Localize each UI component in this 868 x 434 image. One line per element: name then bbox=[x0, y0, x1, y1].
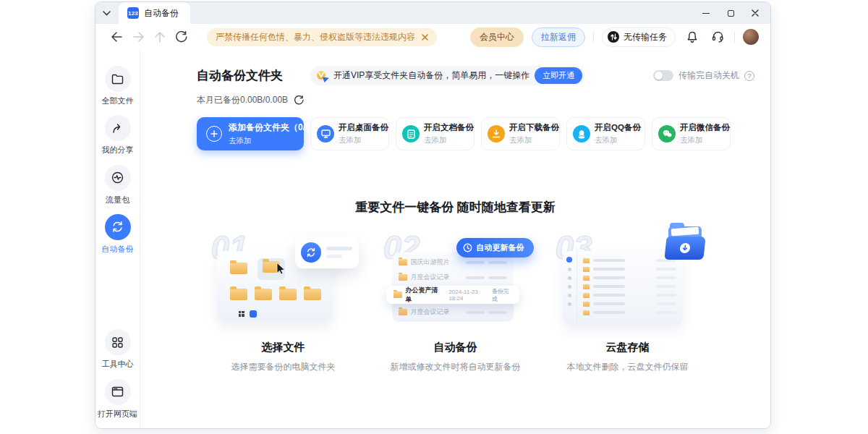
text-placeholder-bars bbox=[326, 247, 352, 258]
backup-stats-text: 本月已备份0.00B/0.00B bbox=[197, 94, 288, 106]
card-title: 开启QQ备份 bbox=[595, 122, 641, 133]
app-body: 全部文件 我的分享 流量包 自动备份 bbox=[95, 50, 770, 428]
stats-refresh-icon[interactable] bbox=[294, 95, 304, 105]
documents-backup-card[interactable]: 开启文档备份 去添加 bbox=[396, 117, 475, 150]
add-backup-folder-button[interactable]: 添加备份文件夹（0/5） 去添加 bbox=[197, 117, 304, 150]
folder-icon bbox=[399, 274, 407, 281]
step-select-files: 01 bbox=[205, 232, 362, 373]
up-icon[interactable] bbox=[150, 27, 169, 46]
file-status: 备份完成 bbox=[492, 287, 512, 303]
folder-icon bbox=[304, 289, 321, 300]
vip-banner-text: 开通VIP享受文件夹自动备份，简单易用，一键操作 bbox=[333, 69, 529, 82]
customer-service-headset-icon[interactable] bbox=[709, 28, 726, 46]
sidebar-item-label: 打开网页端 bbox=[98, 409, 138, 419]
step3-illustration: 03 bbox=[550, 232, 706, 329]
user-avatar[interactable] bbox=[743, 29, 759, 45]
card-subtitle: 去添加 bbox=[595, 135, 641, 145]
sync-icon bbox=[301, 242, 321, 263]
file-name: 月度会议记录 bbox=[411, 273, 450, 282]
card-subtitle: 去添加 bbox=[509, 135, 559, 145]
card-title: 开启桌面备份 bbox=[339, 122, 388, 133]
card-title: 开启文档备份 bbox=[424, 122, 474, 133]
document-icon bbox=[402, 125, 420, 142]
wechat-backup-card[interactable]: 开启微信备份 去添加 bbox=[652, 117, 731, 150]
help-question-icon[interactable]: ? bbox=[744, 71, 754, 81]
sidebar-item-label: 工具中心 bbox=[98, 359, 138, 369]
promo-heading: 重要文件一键备份 随时随地查看更新 bbox=[140, 199, 770, 216]
card-subtitle: 去添加 bbox=[680, 135, 730, 145]
sidebar-item-label: 我的分享 bbox=[98, 145, 138, 155]
qq-backup-card[interactable]: 开启QQ备份 去添加 bbox=[566, 117, 645, 150]
sidebar: 全部文件 我的分享 流量包 自动备份 bbox=[95, 50, 140, 428]
sidebar-item-auto-backup[interactable]: 自动备份 bbox=[98, 214, 138, 254]
sidebar-item-label: 全部文件 bbox=[98, 95, 138, 106]
minimize-button[interactable] bbox=[694, 2, 718, 24]
mouse-cursor-icon bbox=[276, 263, 286, 277]
vip-badge-icon bbox=[317, 70, 328, 82]
folder-icon bbox=[255, 289, 272, 300]
promo-steps: 01 bbox=[140, 232, 770, 373]
divider bbox=[593, 32, 594, 43]
step2-illustration: 02 国庆出游照片 月度会议记录 bbox=[378, 232, 534, 329]
transfer-tasks-button[interactable]: 无传输任务 bbox=[602, 27, 676, 47]
auto-shutdown-row: 传输完自动关机 ? bbox=[653, 69, 754, 82]
sidebar-item-all-files[interactable]: 全部文件 bbox=[98, 66, 138, 106]
main-content: 自动备份文件夹 开通VIP享受文件夹自动备份，简单易用，一键操作 立即开通 传输… bbox=[140, 50, 770, 428]
forward-icon[interactable] bbox=[129, 27, 148, 46]
app-logo-123-icon: 123 bbox=[127, 7, 139, 19]
back-icon[interactable] bbox=[107, 27, 126, 46]
highlighted-file-row: 办公资产清单 2024-11-23 18:24 备份完成 bbox=[386, 286, 519, 304]
data-plan-icon bbox=[105, 165, 131, 191]
step-title: 自动备份 bbox=[434, 341, 477, 354]
sidebar-item-label: 自动备份 bbox=[98, 244, 138, 254]
qq-icon bbox=[573, 125, 590, 142]
step-subtitle: 本地文件删除，云盘文件仍保留 bbox=[567, 361, 689, 373]
card-subtitle: 去添加 bbox=[339, 135, 388, 145]
transfer-status-label: 无传输任务 bbox=[624, 31, 667, 43]
backup-stats-row: 本月已备份0.00B/0.00B bbox=[197, 94, 304, 106]
add-backup-folder-title: 添加备份文件夹（0/5） bbox=[229, 122, 319, 134]
add-backup-folder-subtitle: 去添加 bbox=[229, 136, 319, 146]
toolbar: 严禁传播任何色情、暴力、侵权盗版等违法违规内容 会员中心 拉新返佣 无传输任务 bbox=[95, 24, 770, 50]
member-center-button[interactable]: 会员中心 bbox=[470, 27, 524, 47]
folder-icon bbox=[230, 289, 247, 300]
folder-icon bbox=[583, 302, 590, 307]
step2-file-list: 国庆出游照片 月度会议记录 办公资产清单 202 bbox=[392, 252, 514, 322]
step-subtitle: 新增或修改文件时将自动更新备份 bbox=[391, 361, 521, 373]
chevron-down-icon[interactable] bbox=[95, 2, 117, 24]
vip-activate-button[interactable]: 立即开通 bbox=[535, 67, 582, 84]
folder-icon bbox=[230, 263, 247, 274]
downloads-backup-card[interactable]: 开启下载备份 去添加 bbox=[481, 117, 560, 150]
sidebar-item-data-plan[interactable]: 流量包 bbox=[98, 165, 138, 205]
folder-icon bbox=[583, 293, 590, 298]
content-warning-text: 严禁传播任何色情、暴力、侵权盗版等违法违规内容 bbox=[216, 31, 415, 43]
folder-icon bbox=[583, 276, 590, 281]
toolbar-right-cluster: 会员中心 拉新返佣 无传输任务 bbox=[470, 27, 759, 47]
tab-auto-backup[interactable]: 123 自动备份 bbox=[119, 2, 190, 24]
step3-drive-panel bbox=[563, 251, 683, 325]
maximize-button[interactable] bbox=[718, 2, 743, 24]
auto-shutdown-toggle[interactable] bbox=[653, 70, 673, 81]
step-title: 选择文件 bbox=[262, 341, 305, 354]
refresh-icon[interactable] bbox=[172, 27, 191, 46]
folder-icon bbox=[583, 310, 590, 315]
page-title: 自动备份文件夹 bbox=[197, 67, 283, 84]
sidebar-item-tool-center[interactable]: 工具中心 bbox=[98, 329, 138, 369]
referral-button[interactable]: 拉新返佣 bbox=[532, 27, 585, 47]
desktop-backup-card[interactable]: 开启桌面备份 去添加 bbox=[310, 117, 389, 150]
windows-logo-icon bbox=[239, 311, 244, 317]
app-logo-123-icon bbox=[250, 310, 257, 318]
vip-banner: 开通VIP享受文件夹自动备份，简单易用，一键操作 立即开通 bbox=[310, 66, 585, 85]
backup-actions-row: 添加备份文件夹（0/5） 去添加 开启桌面备份 去添加 bbox=[197, 117, 731, 150]
folder-icon bbox=[399, 259, 407, 265]
close-button[interactable] bbox=[743, 2, 767, 24]
auto-shutdown-label: 传输完自动关机 bbox=[678, 69, 739, 82]
file-row: 月度会议记录 bbox=[392, 305, 514, 320]
tab-bar: 123 自动备份 bbox=[95, 2, 770, 24]
window-controls bbox=[694, 2, 767, 24]
file-name: 办公资产清单 bbox=[406, 286, 440, 305]
warning-close-icon[interactable] bbox=[422, 34, 428, 41]
sidebar-item-open-web[interactable]: 打开网页端 bbox=[98, 379, 138, 419]
sidebar-item-my-shares[interactable]: 我的分享 bbox=[98, 115, 138, 155]
notifications-bell-icon[interactable] bbox=[684, 28, 701, 46]
